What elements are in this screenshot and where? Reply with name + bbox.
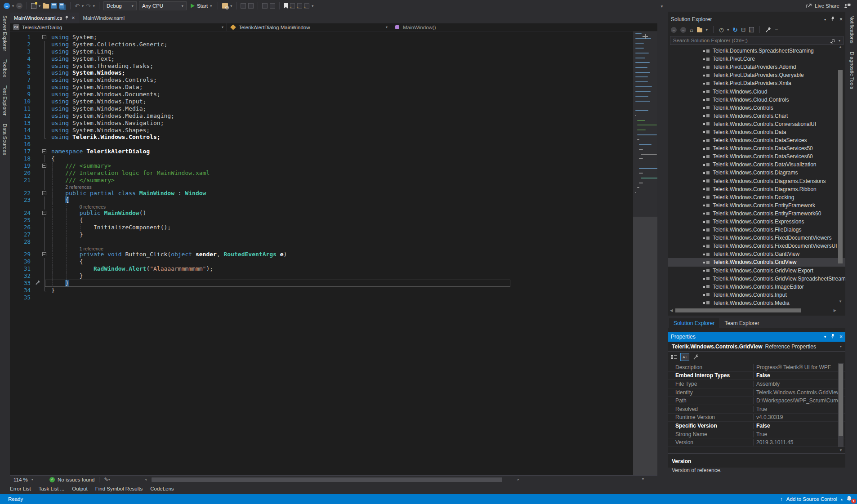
codelens-label[interactable]: 0 references xyxy=(80,204,106,210)
code-line[interactable]: 17namespace TelerikAlertDialog xyxy=(10,148,633,155)
properties-scrollbar[interactable] xyxy=(838,363,844,447)
code-line[interactable]: 3using System.Linq; xyxy=(10,48,633,55)
categorized-icon[interactable] xyxy=(671,354,677,360)
code-line[interactable]: 26InitializeComponent(); xyxy=(10,224,633,231)
code-line[interactable]: 27} xyxy=(10,231,633,238)
code-line[interactable]: 1using System; xyxy=(10,34,633,41)
tree-item[interactable]: Telerik.Windows.Controls.Diagrams.Ribbon xyxy=(668,185,845,193)
navigate-back-icon[interactable]: ← xyxy=(4,3,10,9)
property-row[interactable]: PathD:\Workspaces\WPF_Scrum\Curre xyxy=(668,397,845,405)
window-position-dropdown-icon[interactable]: ▾ xyxy=(824,335,826,339)
dock-tab-diagnostic-tools[interactable]: Diagnostic Tools xyxy=(849,52,855,89)
health-indicator[interactable]: No issues found xyxy=(58,477,94,482)
tree-item[interactable]: Telerik.Windows.Controls.Media xyxy=(668,299,845,307)
property-row[interactable]: Specific VersionFalse xyxy=(668,422,845,430)
tree-item[interactable]: Telerik.Windows.Controls.ImageEditor xyxy=(668,283,845,291)
collapse-toggle-icon[interactable] xyxy=(42,35,46,39)
code-line[interactable]: 5using System.Threading.Tasks; xyxy=(10,62,633,70)
dock-tab-notifications[interactable]: Notifications xyxy=(849,15,855,44)
dock-tab-test-explorer[interactable]: Test Explorer xyxy=(2,85,8,116)
code-line[interactable]: 14using System.Windows.Shapes; xyxy=(10,127,633,134)
codelens-row[interactable]: 2 references xyxy=(10,184,633,190)
property-row[interactable]: File TypeAssembly xyxy=(668,380,845,388)
tree-horizontal-scrollbar[interactable]: ◀ ▶ xyxy=(670,308,836,314)
code-line[interactable]: 22public partial class MainWindow : Wind… xyxy=(10,190,633,197)
code-line[interactable]: 31RadWindow.Alert("Alaaaarmmmmmmm"); xyxy=(10,265,633,272)
collapse-toggle-icon[interactable] xyxy=(42,211,46,215)
search-dropdown-icon[interactable]: ▾ xyxy=(839,39,840,43)
tree-item[interactable]: Telerik.Windows.Controls.Chart xyxy=(668,112,845,120)
scroll-down-icon[interactable]: ▼ xyxy=(839,448,843,452)
tree-item[interactable]: Telerik.Windows.Controls.Docking xyxy=(668,193,845,201)
search-input[interactable]: Search Solution Explorer (Ctrl+;) ▾ xyxy=(670,36,844,45)
scroll-right-icon[interactable]: ▸ xyxy=(518,477,519,482)
preview-selected-items-icon[interactable]: − xyxy=(775,27,778,33)
tree-item[interactable]: Telerik.Windows.Controls.DataServices50 xyxy=(668,144,845,152)
tree-item[interactable]: Telerik.Windows.Controls.Data xyxy=(668,128,845,136)
close-icon[interactable]: × xyxy=(71,16,75,20)
horizontal-scrollbar-thumb[interactable] xyxy=(152,477,502,482)
codelens-row[interactable]: 1 reference xyxy=(10,245,633,251)
type-dropdown[interactable]: TelerikAlertDialog.MainWindow ▾ xyxy=(227,23,391,31)
scroll-left-icon[interactable]: ◀ xyxy=(670,308,673,312)
tree-item[interactable]: Telerik.Windows.Controls.FileDialogs xyxy=(668,226,845,234)
document-list-dropdown-icon[interactable]: ▼ xyxy=(660,4,664,9)
pin-icon[interactable] xyxy=(830,334,835,340)
bottom-tab-task-list[interactable]: Task List ... xyxy=(39,486,65,491)
alphabetical-sort-icon[interactable]: A↓ xyxy=(680,353,689,361)
tree-item[interactable]: Telerik.Windows.Controls.Expressions xyxy=(668,218,845,226)
tree-item[interactable]: Telerik.Windows.Controls.FixedDocumentVi… xyxy=(668,234,845,242)
collapse-all-icon[interactable]: ⊟ xyxy=(741,27,745,33)
dock-tab-server-explorer[interactable]: Server Explorer xyxy=(2,15,8,51)
sync-dropdown-icon[interactable]: ▾ xyxy=(706,28,708,32)
horizontal-scrollbar[interactable]: ◂ ▸ xyxy=(145,477,519,482)
code-line[interactable]: 2using System.Collections.Generic; xyxy=(10,41,633,48)
filter-dropdown-icon[interactable]: ▾ xyxy=(727,28,729,32)
code-line[interactable]: 11using System.Windows.Media; xyxy=(10,105,633,112)
property-row[interactable]: ResolvedTrue xyxy=(668,405,845,414)
tree-item[interactable]: Telerik.Windows.Controls.Diagrams.Extens… xyxy=(668,177,845,185)
sync-with-active-document-icon[interactable] xyxy=(697,28,702,32)
code-line[interactable]: 30{ xyxy=(10,258,633,265)
property-row[interactable]: DescriptionProgress® Telerik® UI for WPF xyxy=(668,363,845,372)
code-line[interactable]: 18{ xyxy=(10,155,633,162)
code-line[interactable]: 8using System.Windows.Data; xyxy=(10,84,633,91)
home-icon[interactable]: ⌂ xyxy=(690,27,693,33)
editor-scrollbar-map[interactable] xyxy=(633,31,657,475)
show-all-files-icon[interactable] xyxy=(749,27,754,32)
tree-item[interactable]: Telerik.Windows.Controls.FixedDocumentVi… xyxy=(668,242,845,250)
code-line[interactable]: 13using System.Windows.Navigation; xyxy=(10,120,633,127)
editor-options-dropdown-icon[interactable]: ▾ xyxy=(108,477,110,482)
code-line[interactable]: 9using System.Windows.Documents; xyxy=(10,91,633,98)
pin-icon[interactable] xyxy=(830,16,835,22)
collapse-toggle-icon[interactable] xyxy=(42,149,46,153)
code-line[interactable]: 4using System.Text; xyxy=(10,55,633,62)
tree-item[interactable]: Telerik.Windows.Controls.Input xyxy=(668,291,845,299)
code-line[interactable]: 29private void Button_Click(object sende… xyxy=(10,251,633,258)
tree-item[interactable]: Telerik.Documents.SpreadsheetStreaming xyxy=(668,47,845,55)
scroll-right-icon[interactable]: ▶ xyxy=(834,308,836,312)
code-line[interactable]: 21/// </summary> xyxy=(10,177,633,184)
tree-item[interactable]: Telerik.Pivot.DataProviders.Xmla xyxy=(668,79,845,87)
tree-item[interactable]: Telerik.Windows.Controls.ConversationalU… xyxy=(668,120,845,128)
property-row[interactable]: Embed Interop TypesFalse xyxy=(668,372,845,380)
bottom-tab-output[interactable]: Output xyxy=(72,486,88,491)
codelens-row[interactable]: 0 references xyxy=(10,204,633,210)
tree-item[interactable]: Telerik.Windows.Controls.EntityFramework xyxy=(668,201,845,210)
code-line[interactable]: 25{ xyxy=(10,217,633,224)
property-row[interactable]: Runtime Versionv4.0.30319 xyxy=(668,414,845,422)
tree-item[interactable]: Telerik.Windows.Controls.DataServices60 xyxy=(668,152,845,161)
feedback-icon[interactable] xyxy=(844,3,851,9)
document-tab-mainwindow-xaml-cs[interactable]: MainWindow.xaml.cs× xyxy=(10,13,79,23)
source-control-dropdown-icon[interactable]: ▴ xyxy=(841,497,843,501)
code-line[interactable]: 10using System.Windows.Input; xyxy=(10,98,633,105)
codelens-label[interactable]: 1 reference xyxy=(80,246,103,251)
tree-item[interactable]: Telerik.Windows.Cloud xyxy=(668,87,845,95)
scroll-up-icon[interactable]: ▲ xyxy=(839,45,842,49)
tree-item[interactable]: Telerik.Windows.Controls.DataServices xyxy=(668,136,845,144)
tree-item[interactable]: Telerik.Pivot.DataProviders.Queryable xyxy=(668,71,845,79)
code-line[interactable]: 34} xyxy=(10,287,633,294)
bottom-tab-error-list[interactable]: Error List xyxy=(10,486,31,491)
forward-icon[interactable]: → xyxy=(680,27,686,33)
panel-tab-solution-explorer[interactable]: Solution Explorer xyxy=(669,318,719,328)
